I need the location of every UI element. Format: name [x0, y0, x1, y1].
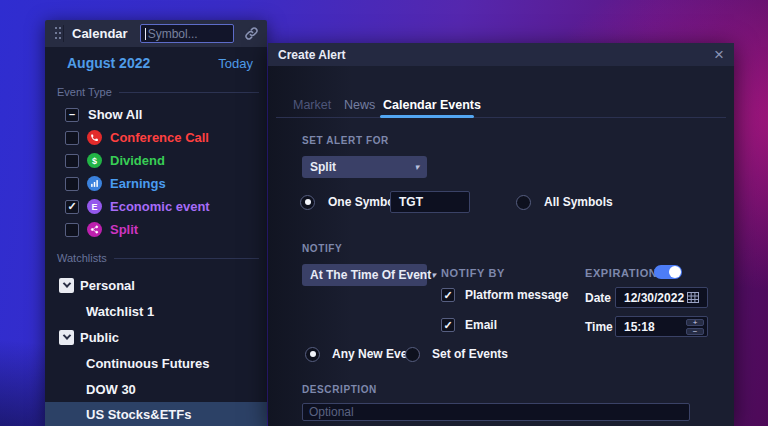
month-label[interactable]: August 2022	[67, 55, 150, 71]
platform-message-checkbox[interactable]: ✓	[441, 288, 455, 302]
chevron-down-icon[interactable]	[59, 278, 74, 293]
symbol-value-input[interactable]: TGT	[390, 191, 470, 213]
panel-title: Calendar	[72, 26, 128, 41]
event-type-row-conference-call[interactable]: Conference Call	[45, 126, 267, 149]
link-icon[interactable]	[244, 26, 259, 41]
calendar-panel-header: Calendar Symbol...	[45, 20, 267, 47]
event-type-label: Economic event	[110, 199, 210, 214]
event-type-row-economic-event[interactable]: ✓ E Economic event	[45, 195, 267, 218]
notify-timing-dropdown[interactable]: At The Time Of Event ▾	[302, 264, 427, 286]
set-of-events-row: Set of Events	[405, 346, 508, 362]
event-type-row-earnings[interactable]: Earnings	[45, 172, 267, 195]
all-symbols-row: All Symbols	[516, 191, 613, 213]
dialog-body: Market News Calendar Events SET ALERT FO…	[268, 66, 734, 426]
calendar-panel: Calendar Symbol... August 2022 Today Eve…	[45, 20, 267, 426]
event-type-row-dividend[interactable]: $ Dividend	[45, 149, 267, 172]
event-type-label: Split	[110, 222, 138, 237]
watchlists-header: Watchlists	[57, 252, 259, 264]
tabs-divider	[276, 117, 726, 118]
email-checkbox[interactable]: ✓	[441, 318, 455, 332]
description-label: DESCRIPTION	[302, 384, 377, 395]
set-of-events-label: Set of Events	[432, 347, 508, 361]
set-of-events-radio[interactable]	[405, 347, 420, 362]
chevron-down-icon[interactable]	[59, 330, 74, 345]
watchlist-item[interactable]: DOW 30	[45, 378, 267, 400]
watchlist-item[interactable]: Continuous Futures	[45, 352, 267, 374]
one-symbol-label: One Symbol	[328, 195, 398, 209]
event-type-header: Event Type	[57, 86, 259, 98]
all-symbols-label: All Symbols	[544, 195, 613, 209]
any-new-event-row: Any New Event	[305, 346, 419, 362]
show-all-checkbox[interactable]: –	[65, 108, 79, 122]
symbol-choice-row: One Symbol	[300, 191, 398, 213]
event-type-label: Show All	[88, 107, 142, 122]
email-row: ✓ Email	[441, 317, 497, 333]
earnings-checkbox[interactable]	[65, 177, 79, 191]
watchlist-item-selected[interactable]: US Stocks&ETFs	[45, 402, 267, 426]
time-label: Time	[585, 320, 613, 334]
platform-message-row: ✓ Platform message	[441, 287, 568, 303]
email-label: Email	[465, 318, 497, 332]
conference-call-checkbox[interactable]	[65, 131, 79, 145]
close-icon[interactable]: ×	[714, 46, 724, 63]
platform-message-label: Platform message	[465, 288, 568, 302]
any-new-event-radio[interactable]	[305, 347, 320, 362]
watchlist-group-personal[interactable]: Personal	[45, 274, 267, 296]
tab-market[interactable]: Market	[293, 98, 331, 112]
symbol-placeholder: Symbol...	[148, 27, 198, 41]
set-alert-for-label: SET ALERT FOR	[302, 135, 389, 146]
description-input[interactable]: Optional	[302, 403, 690, 421]
bar-chart-icon	[87, 176, 102, 191]
drag-handle-icon[interactable]	[53, 25, 63, 43]
text-cursor	[145, 28, 146, 40]
watchlist-item[interactable]: Watchlist 1	[45, 300, 267, 322]
calendar-panel-body: August 2022 Today Event Type – Show All …	[45, 47, 267, 426]
dialog-titlebar[interactable]: Create Alert ×	[268, 43, 734, 66]
month-row: August 2022 Today	[67, 55, 253, 71]
economic-event-checkbox[interactable]: ✓	[65, 200, 79, 214]
calendar-icon[interactable]	[687, 292, 699, 303]
economic-event-icon: E	[87, 199, 102, 214]
stepper-minus-button[interactable]: −	[686, 328, 704, 335]
dollar-icon: $	[87, 153, 102, 168]
notify-label: NOTIFY	[302, 243, 342, 254]
chevron-down-icon: ▾	[431, 270, 436, 280]
today-button[interactable]: Today	[218, 56, 253, 71]
alert-type-dropdown[interactable]: Split ▾	[302, 156, 427, 178]
expiration-toggle[interactable]	[654, 265, 682, 279]
description-placeholder: Optional	[309, 405, 354, 419]
time-input[interactable]: 15:18 + −	[615, 316, 708, 337]
header-divider	[63, 25, 64, 42]
active-tab-underline	[380, 115, 474, 118]
date-label: Date	[585, 291, 611, 305]
notify-by-label: NOTIFY BY	[441, 267, 505, 279]
event-type-row-split[interactable]: Split	[45, 218, 267, 241]
create-alert-dialog: Create Alert × Market News Calendar Even…	[268, 43, 734, 426]
event-type-label: Earnings	[110, 176, 166, 191]
event-type-row-show-all[interactable]: – Show All	[45, 103, 267, 126]
one-symbol-radio[interactable]	[300, 195, 315, 210]
phone-icon	[87, 130, 102, 145]
tab-news[interactable]: News	[344, 98, 375, 112]
desktop-background: Calendar Symbol... August 2022 Today Eve…	[0, 0, 768, 426]
split-checkbox[interactable]	[65, 223, 79, 237]
expiration-label: EXPIRATION	[585, 267, 657, 279]
stepper-plus-button[interactable]: +	[686, 319, 704, 326]
event-type-label: Dividend	[110, 153, 165, 168]
watchlist-group-public[interactable]: Public	[45, 326, 267, 348]
chevron-down-icon: ▾	[414, 162, 419, 172]
dividend-checkbox[interactable]	[65, 154, 79, 168]
dialog-title: Create Alert	[278, 48, 346, 62]
date-input[interactable]: 12/30/2022	[615, 287, 708, 308]
tab-calendar-events[interactable]: Calendar Events	[383, 98, 481, 112]
share-icon	[87, 222, 102, 237]
event-type-label: Conference Call	[110, 130, 209, 145]
time-stepper: + −	[686, 319, 704, 335]
symbol-input[interactable]: Symbol...	[140, 24, 234, 43]
all-symbols-radio[interactable]	[516, 195, 531, 210]
